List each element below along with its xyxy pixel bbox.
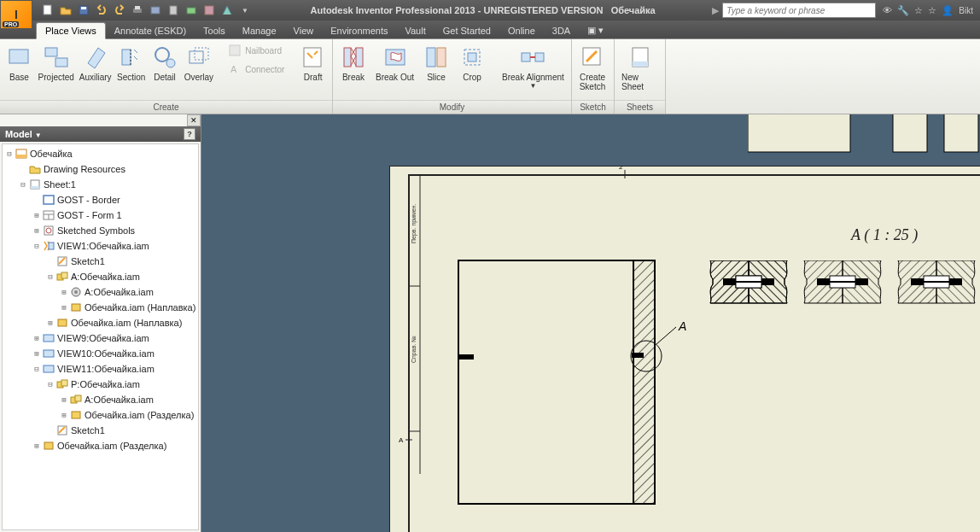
- tab-view[interactable]: View: [285, 23, 323, 38]
- tree-item-label: Обечайка: [30, 149, 73, 159]
- open-icon[interactable]: [57, 3, 74, 18]
- section-view-label: A ( 1 : 25 ): [851, 226, 918, 244]
- tree-view-icon: [42, 332, 55, 344]
- drawing-canvas[interactable]: Перв. примен. Справ. № A: [201, 114, 980, 532]
- tree-item[interactable]: ⊞A:Обечайка.iam: [4, 392, 198, 407]
- tree-twisty-icon[interactable]: ⊟: [45, 272, 55, 281]
- slice-button[interactable]: Slice: [419, 42, 453, 84]
- new-icon[interactable]: [39, 3, 56, 18]
- tree-twisty-icon[interactable]: ⊞: [45, 319, 55, 327]
- tree-twisty-icon[interactable]: ⊞: [59, 411, 69, 419]
- tree-item[interactable]: ⊟P:Обечайка.iam: [4, 377, 198, 392]
- tree-twisty-icon[interactable]: ⊟: [45, 380, 55, 389]
- svg-rect-9: [9, 50, 28, 63]
- tree-item[interactable]: ⊞GOST - Form 1: [4, 208, 198, 223]
- tree-item[interactable]: ⊟A:Обечайка.iam: [4, 269, 198, 284]
- draft-view-button[interactable]: Draft: [297, 42, 329, 84]
- svg-text:Перв. примен.: Перв. примен.: [411, 203, 417, 243]
- tree-item[interactable]: ⊟VIEW1:Обечайка.iam: [4, 238, 198, 254]
- tree-item[interactable]: GOST - Border: [4, 192, 198, 208]
- tree-item[interactable]: ⊞Обечайка.iam (Разделка): [4, 407, 198, 423]
- panel-close-icon[interactable]: ✕: [187, 114, 201, 126]
- app-menu-button[interactable]: IPRO: [0, 0, 32, 29]
- section-details: [706, 260, 980, 337]
- tree-twisty-icon[interactable]: ⊞: [59, 303, 69, 312]
- help-icon[interactable]: ?: [184, 128, 195, 140]
- tree-item[interactable]: ⊟Обечайка: [4, 146, 198, 161]
- svg-point-14: [155, 48, 169, 61]
- qat-btn-6[interactable]: [147, 3, 164, 18]
- connector-button[interactable]: AConnector: [225, 61, 288, 78]
- star-icon-2[interactable]: ☆: [928, 5, 936, 16]
- svg-rect-0: [44, 5, 51, 15]
- auxiliary-view-button[interactable]: Auxiliary: [78, 42, 114, 84]
- svg-text:2: 2: [619, 167, 623, 171]
- detail-view-button[interactable]: Detail: [149, 42, 181, 84]
- tree-item[interactable]: Sketch1: [4, 423, 198, 438]
- crop-button[interactable]: Crop: [455, 42, 489, 84]
- svg-rect-29: [535, 53, 544, 61]
- tree-twisty-icon[interactable]: ⊞: [32, 441, 42, 450]
- tree-item[interactable]: ⊟VIEW11:Обечайка.iam: [4, 361, 198, 377]
- tree-twisty-icon[interactable]: ⊞: [32, 226, 42, 235]
- tab-environments[interactable]: Environments: [322, 23, 396, 38]
- tab-tools[interactable]: Tools: [195, 23, 234, 38]
- tree-twisty-icon[interactable]: ⊞: [32, 334, 42, 342]
- qat-btn-7[interactable]: [165, 3, 182, 18]
- tree-item[interactable]: ⊞Обечайка.iam (Наплавка): [4, 315, 198, 330]
- model-browser-header[interactable]: Model ▼ ?: [0, 126, 201, 142]
- tree-twisty-icon[interactable]: ⊞: [32, 349, 42, 358]
- tree-twisty-icon[interactable]: ⊟: [4, 149, 15, 158]
- help-search-input[interactable]: [722, 3, 876, 18]
- tree-item[interactable]: ⊞A:Обечайка.iam: [4, 284, 198, 300]
- tab-extra-icon[interactable]: ▣ ▾: [579, 22, 612, 38]
- overlay-view-button[interactable]: Overlay: [182, 42, 215, 84]
- qat-dropdown-icon[interactable]: ▼: [236, 3, 254, 18]
- base-view-button[interactable]: Base: [3, 42, 35, 84]
- tree-item[interactable]: Sketch1: [4, 254, 198, 269]
- new-sheet-button[interactable]: New Sheet: [618, 42, 662, 93]
- tree-twisty-icon[interactable]: ⊟: [32, 242, 42, 250]
- tab-manage[interactable]: Manage: [234, 23, 285, 38]
- tree-twisty-icon[interactable]: ⊞: [59, 395, 69, 404]
- tree-item[interactable]: ⊞Sketched Symbols: [4, 223, 198, 238]
- tree-item[interactable]: ⊞Обечайка.iam (Разделка): [4, 438, 198, 453]
- projected-view-button[interactable]: Projected: [37, 42, 76, 84]
- user-icon[interactable]: 👤: [942, 5, 954, 16]
- qat-btn-10[interactable]: [219, 3, 236, 18]
- break-out-button[interactable]: Break Out: [372, 42, 417, 84]
- nailboard-button[interactable]: Nailboard: [225, 42, 288, 59]
- tab-get-started[interactable]: Get Started: [435, 23, 499, 38]
- redo-icon[interactable]: [111, 3, 128, 18]
- qat-btn-9[interactable]: [201, 3, 218, 18]
- print-icon[interactable]: [129, 3, 146, 18]
- binoculars-icon[interactable]: 👁: [883, 5, 892, 15]
- star-icon[interactable]: ☆: [914, 5, 923, 16]
- create-sketch-button[interactable]: Create Sketch: [575, 42, 610, 93]
- key-icon[interactable]: 🔧: [897, 5, 909, 16]
- section-view-button[interactable]: Section: [115, 42, 148, 84]
- tab-vault[interactable]: Vault: [396, 23, 434, 38]
- tree-item[interactable]: ⊞Обечайка.iam (Наплавка): [4, 300, 198, 315]
- tree-item[interactable]: Drawing Resources: [4, 161, 198, 177]
- tree-twisty-icon[interactable]: ⊞: [59, 288, 69, 296]
- model-tree[interactable]: ⊟ОбечайкаDrawing Resources⊟Sheet:1GOST -…: [2, 143, 199, 530]
- tree-item[interactable]: ⊞VIEW10:Обечайка.iam: [4, 346, 198, 361]
- svg-rect-61: [748, 114, 850, 152]
- qat-btn-8[interactable]: [183, 3, 200, 18]
- tab-online[interactable]: Online: [499, 23, 544, 38]
- tab-3da[interactable]: 3DA: [544, 23, 579, 38]
- tree-twisty-icon[interactable]: ⊞: [32, 211, 42, 219]
- break-button[interactable]: Break: [336, 42, 370, 84]
- tree-twisty-icon[interactable]: ⊟: [32, 365, 42, 373]
- tree-border-icon: [42, 194, 55, 206]
- undo-icon[interactable]: [93, 3, 110, 18]
- svg-rect-18: [230, 45, 240, 56]
- tab-place-views[interactable]: Place Views: [36, 22, 106, 39]
- tab-annotate[interactable]: Annotate (ESKD): [106, 23, 195, 38]
- save-icon[interactable]: [75, 3, 92, 18]
- tree-item[interactable]: ⊞VIEW9:Обечайка.iam: [4, 330, 198, 346]
- break-alignment-button[interactable]: Break Alignment▼: [499, 42, 568, 91]
- tree-item[interactable]: ⊟Sheet:1: [4, 177, 198, 192]
- tree-twisty-icon[interactable]: ⊟: [18, 180, 28, 189]
